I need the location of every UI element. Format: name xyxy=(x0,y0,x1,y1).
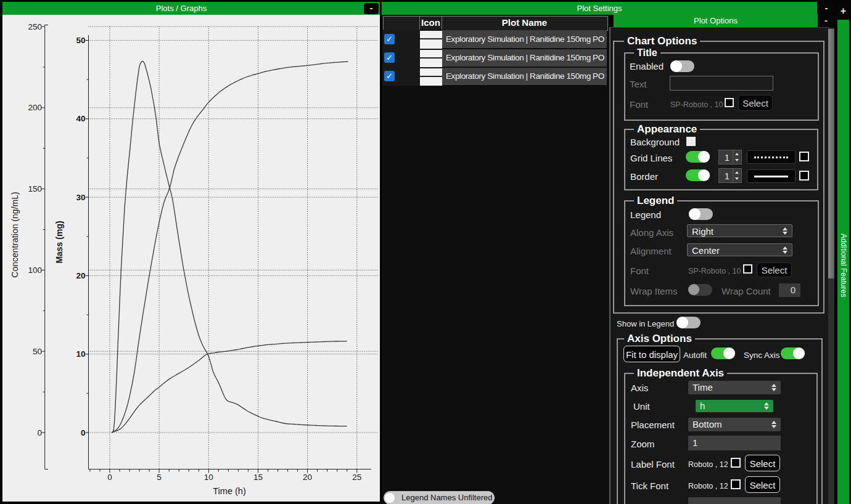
svg-text:50: 50 xyxy=(76,36,85,45)
svg-text:Mass (mg): Mass (mg) xyxy=(54,221,64,263)
svg-text:250: 250 xyxy=(28,22,42,31)
svg-text:0: 0 xyxy=(107,473,112,482)
svg-text:Time (h): Time (h) xyxy=(213,486,245,496)
svg-text:Concentration (ng/mL): Concentration (ng/mL) xyxy=(10,192,20,277)
svg-text:50: 50 xyxy=(33,347,42,356)
svg-text:100: 100 xyxy=(28,266,42,275)
svg-text:15: 15 xyxy=(253,473,263,482)
svg-text:10: 10 xyxy=(76,349,85,359)
svg-text:30: 30 xyxy=(76,193,85,202)
svg-text:10: 10 xyxy=(204,473,213,482)
svg-text:0: 0 xyxy=(81,428,86,437)
svg-text:150: 150 xyxy=(28,184,42,193)
svg-text:0: 0 xyxy=(37,428,42,437)
svg-text:200: 200 xyxy=(28,103,42,112)
svg-text:25: 25 xyxy=(352,473,361,482)
svg-text:20: 20 xyxy=(303,473,312,482)
svg-text:20: 20 xyxy=(76,271,85,280)
svg-text:5: 5 xyxy=(157,473,162,482)
svg-text:40: 40 xyxy=(76,114,85,123)
